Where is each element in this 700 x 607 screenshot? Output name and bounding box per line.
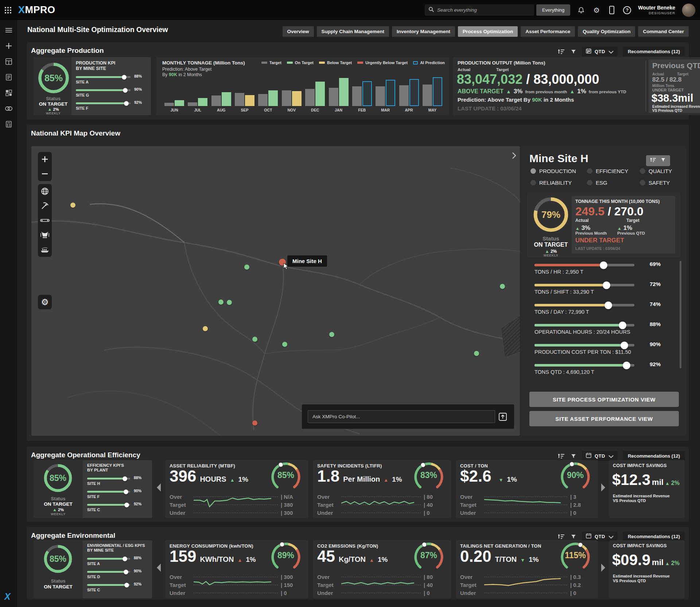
bell-icon[interactable] [577, 6, 586, 15]
filter-production[interactable]: PRODUCTION [530, 168, 576, 174]
map-canvas[interactable]: Mine Site H ⚙ [31, 146, 520, 436]
slider-knob[interactable] [124, 489, 128, 494]
slider-knob[interactable] [623, 361, 630, 369]
slider-knob[interactable] [619, 321, 626, 329]
filter-icon[interactable] [570, 453, 577, 459]
slider-knob[interactable] [123, 88, 128, 93]
kpi-slider-operational-hours[interactable] [534, 321, 634, 329]
tab-quality-optimization[interactable]: Quality Optimization [578, 26, 635, 37]
tab-command-center[interactable]: Command Center [638, 26, 689, 37]
xmpro-logo[interactable]: XMPRO [18, 4, 55, 16]
slider-knob[interactable] [621, 341, 628, 349]
zoom-out-button[interactable] [38, 167, 52, 181]
site-asset-performance-button[interactable]: SITE ASSET PERFORMANCE VIEW [529, 411, 679, 426]
ship-icon[interactable] [38, 242, 52, 257]
link-icon[interactable] [5, 105, 12, 112]
previous-qtd-panel: Previous QTD Actual Target 82.5 / 82.8 M… [649, 59, 700, 113]
filter-icon[interactable] [570, 48, 577, 55]
recommendations-button[interactable]: Recommendations (12) [623, 47, 685, 56]
filter-icon[interactable] [570, 533, 577, 540]
map-marker[interactable] [70, 203, 75, 208]
tab-process-optimization[interactable]: Process Optimization [458, 26, 518, 37]
tab-inventory[interactable]: Inventory Management [392, 26, 455, 37]
filter-quality[interactable]: QUALITY [640, 168, 672, 174]
conveyor-icon[interactable] [38, 213, 52, 228]
xmpro-x-logo[interactable]: X [4, 591, 11, 602]
help-icon[interactable]: ? [623, 6, 631, 15]
map-marker[interactable] [500, 284, 505, 289]
copilot-input[interactable] [308, 410, 495, 423]
filter-reliability[interactable]: RELIABILITY [530, 180, 572, 186]
map-marker[interactable] [329, 332, 334, 337]
sort-icon[interactable] [558, 48, 565, 55]
search-input[interactable] [437, 7, 530, 13]
map-marker[interactable] [252, 420, 257, 426]
filter-safety[interactable]: SAFETY [640, 180, 670, 186]
add-icon[interactable] [5, 42, 12, 50]
mobile-icon[interactable] [607, 6, 616, 15]
carousel-left-icon[interactable] [156, 483, 161, 493]
kpi-slider-tons-shift[interactable] [534, 281, 634, 289]
blocks-icon[interactable] [5, 89, 12, 97]
search-scope-button[interactable]: Everything [536, 4, 570, 16]
kpi-slider-tons-day[interactable] [534, 301, 634, 309]
map-marker[interactable] [218, 299, 223, 305]
slider-knob[interactable] [122, 75, 127, 79]
slider-knob[interactable] [122, 556, 127, 561]
panel-collapse-icon[interactable] [512, 152, 516, 161]
slider-knob[interactable] [604, 301, 612, 309]
map-marker[interactable] [244, 265, 249, 270]
map-marker[interactable] [203, 326, 208, 331]
site-filter-group[interactable] [646, 155, 670, 166]
tab-asset-performance[interactable]: Asset Performance [521, 26, 575, 37]
map-marker[interactable] [252, 337, 257, 342]
user-block[interactable]: Wouter Beneke DESIGNUSER [638, 5, 675, 15]
month-label: JAN [335, 108, 342, 112]
avatar[interactable] [682, 3, 696, 17]
slider-knob[interactable] [124, 502, 129, 507]
carousel-left-icon[interactable] [156, 563, 161, 573]
filter-icon[interactable] [661, 157, 666, 164]
recommendations-button[interactable]: Recommendations (12) [623, 451, 685, 461]
kpi-slider-production-cost[interactable] [534, 341, 634, 349]
map-marker[interactable] [474, 351, 479, 356]
period-selector[interactable]: QTD [582, 47, 618, 56]
pickaxe-icon[interactable] [38, 199, 52, 213]
kpi-slider-tons-hr[interactable] [534, 261, 634, 269]
map-gear-icon[interactable]: ⚙ [38, 295, 52, 309]
apps-grid-icon[interactable] [4, 6, 12, 15]
map-marker[interactable] [227, 300, 232, 305]
slider-knob[interactable] [600, 261, 607, 269]
period-selector[interactable]: QTD [582, 532, 618, 541]
globe-icon[interactable] [38, 184, 52, 199]
carousel-right-icon[interactable] [601, 563, 606, 573]
slider-knob[interactable] [124, 569, 128, 574]
sort-icon[interactable] [558, 453, 565, 459]
site-process-optimization-button[interactable]: SITE PROCESS OPTIMIZATION VIEW [529, 392, 679, 407]
sort-icon[interactable] [558, 533, 565, 540]
recommendations-button[interactable]: Recommendations (12) [623, 532, 685, 541]
tab-overview[interactable]: Overview [283, 26, 314, 37]
slider-knob[interactable] [603, 281, 610, 289]
panel-scrollbar[interactable] [680, 261, 681, 368]
copilot-send-icon[interactable] [498, 412, 508, 422]
form-icon[interactable] [5, 74, 12, 81]
slider-knob[interactable] [124, 101, 129, 106]
carousel-right-icon[interactable] [601, 483, 606, 493]
filter-esg[interactable]: ESG [587, 180, 607, 186]
calculator-icon[interactable] [5, 121, 12, 128]
dashboard-icon[interactable] [5, 58, 12, 65]
kpi-slider-tons-qtd[interactable] [534, 361, 634, 369]
tab-supply-chain[interactable]: Supply Chain Management [317, 26, 389, 37]
slider-knob[interactable] [122, 476, 127, 481]
slider-knob[interactable] [124, 583, 129, 587]
sort-icon[interactable] [650, 157, 656, 164]
zoom-in-button[interactable] [38, 152, 52, 167]
mine-cart-icon[interactable] [38, 228, 52, 242]
map-marker[interactable] [282, 342, 287, 347]
filter-efficiency[interactable]: EFFICIENCY [587, 168, 628, 174]
period-selector[interactable]: QTD [582, 451, 618, 461]
gear-icon[interactable]: ⚙ [592, 6, 601, 15]
menu-icon[interactable] [5, 27, 12, 34]
search-box[interactable] [425, 4, 534, 16]
